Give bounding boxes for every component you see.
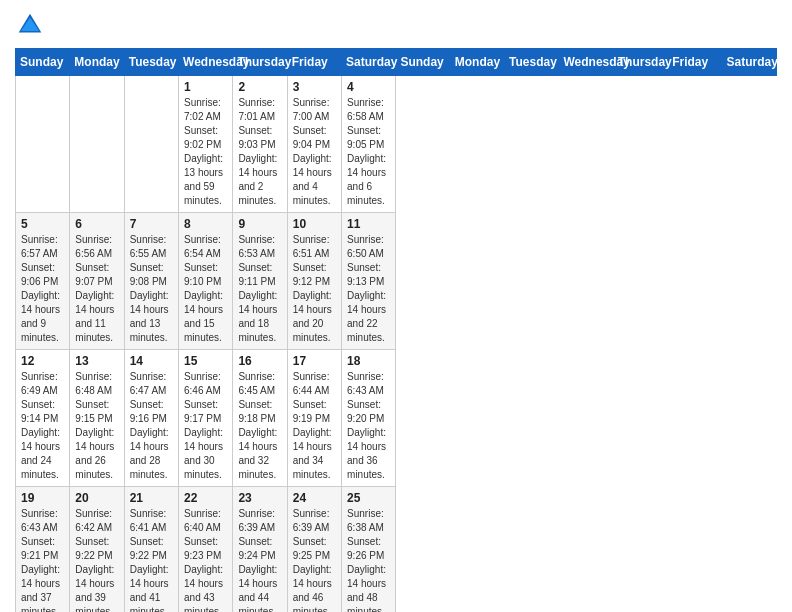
weekday-header-wednesday: Wednesday [179, 49, 233, 76]
calendar-cell [124, 76, 178, 213]
day-number: 13 [75, 354, 118, 368]
day-number: 4 [347, 80, 390, 94]
day-number: 17 [293, 354, 336, 368]
weekday-header: Wednesday [559, 49, 613, 76]
day-info: Sunrise: 6:39 AM Sunset: 9:25 PM Dayligh… [293, 507, 336, 612]
calendar-cell: 15Sunrise: 6:46 AM Sunset: 9:17 PM Dayli… [179, 350, 233, 487]
day-number: 3 [293, 80, 336, 94]
day-info: Sunrise: 6:54 AM Sunset: 9:10 PM Dayligh… [184, 233, 227, 345]
day-info: Sunrise: 6:41 AM Sunset: 9:22 PM Dayligh… [130, 507, 173, 612]
day-number: 22 [184, 491, 227, 505]
calendar-cell: 14Sunrise: 6:47 AM Sunset: 9:16 PM Dayli… [124, 350, 178, 487]
calendar-cell: 20Sunrise: 6:42 AM Sunset: 9:22 PM Dayli… [70, 487, 124, 613]
day-info: Sunrise: 6:47 AM Sunset: 9:16 PM Dayligh… [130, 370, 173, 482]
calendar-cell: 18Sunrise: 6:43 AM Sunset: 9:20 PM Dayli… [342, 350, 396, 487]
day-number: 24 [293, 491, 336, 505]
day-number: 10 [293, 217, 336, 231]
day-number: 25 [347, 491, 390, 505]
calendar-cell: 22Sunrise: 6:40 AM Sunset: 9:23 PM Dayli… [179, 487, 233, 613]
day-info: Sunrise: 6:45 AM Sunset: 9:18 PM Dayligh… [238, 370, 281, 482]
calendar-cell: 21Sunrise: 6:41 AM Sunset: 9:22 PM Dayli… [124, 487, 178, 613]
day-number: 23 [238, 491, 281, 505]
logo [15, 10, 49, 40]
calendar-cell [70, 76, 124, 213]
calendar-cell: 8Sunrise: 6:54 AM Sunset: 9:10 PM Daylig… [179, 213, 233, 350]
weekday-header-thursday: Thursday [233, 49, 287, 76]
calendar-cell: 2Sunrise: 7:01 AM Sunset: 9:03 PM Daylig… [233, 76, 287, 213]
day-number: 18 [347, 354, 390, 368]
day-info: Sunrise: 6:48 AM Sunset: 9:15 PM Dayligh… [75, 370, 118, 482]
day-number: 8 [184, 217, 227, 231]
calendar-week-row: 12Sunrise: 6:49 AM Sunset: 9:14 PM Dayli… [16, 350, 777, 487]
day-info: Sunrise: 7:02 AM Sunset: 9:02 PM Dayligh… [184, 96, 227, 208]
day-number: 7 [130, 217, 173, 231]
weekday-header-row: SundayMondayTuesdayWednesdayThursdayFrid… [16, 49, 777, 76]
day-number: 6 [75, 217, 118, 231]
weekday-header-sunday: Sunday [16, 49, 70, 76]
day-number: 21 [130, 491, 173, 505]
calendar-cell: 3Sunrise: 7:00 AM Sunset: 9:04 PM Daylig… [287, 76, 341, 213]
weekday-header: Saturday [722, 49, 777, 76]
day-info: Sunrise: 6:55 AM Sunset: 9:08 PM Dayligh… [130, 233, 173, 345]
weekday-header: Friday [668, 49, 722, 76]
day-number: 11 [347, 217, 390, 231]
day-info: Sunrise: 6:43 AM Sunset: 9:20 PM Dayligh… [347, 370, 390, 482]
calendar-cell: 13Sunrise: 6:48 AM Sunset: 9:15 PM Dayli… [70, 350, 124, 487]
calendar-week-row: 1Sunrise: 7:02 AM Sunset: 9:02 PM Daylig… [16, 76, 777, 213]
calendar-cell: 19Sunrise: 6:43 AM Sunset: 9:21 PM Dayli… [16, 487, 70, 613]
day-info: Sunrise: 6:44 AM Sunset: 9:19 PM Dayligh… [293, 370, 336, 482]
calendar-cell: 24Sunrise: 6:39 AM Sunset: 9:25 PM Dayli… [287, 487, 341, 613]
day-number: 2 [238, 80, 281, 94]
calendar-cell: 16Sunrise: 6:45 AM Sunset: 9:18 PM Dayli… [233, 350, 287, 487]
day-number: 14 [130, 354, 173, 368]
day-number: 20 [75, 491, 118, 505]
calendar-cell: 25Sunrise: 6:38 AM Sunset: 9:26 PM Dayli… [342, 487, 396, 613]
weekday-header: Monday [450, 49, 504, 76]
day-info: Sunrise: 6:57 AM Sunset: 9:06 PM Dayligh… [21, 233, 64, 345]
calendar-week-row: 19Sunrise: 6:43 AM Sunset: 9:21 PM Dayli… [16, 487, 777, 613]
day-info: Sunrise: 6:39 AM Sunset: 9:24 PM Dayligh… [238, 507, 281, 612]
day-info: Sunrise: 6:46 AM Sunset: 9:17 PM Dayligh… [184, 370, 227, 482]
day-number: 12 [21, 354, 64, 368]
calendar-cell: 6Sunrise: 6:56 AM Sunset: 9:07 PM Daylig… [70, 213, 124, 350]
day-number: 1 [184, 80, 227, 94]
weekday-header-saturday: Saturday [342, 49, 396, 76]
day-info: Sunrise: 6:56 AM Sunset: 9:07 PM Dayligh… [75, 233, 118, 345]
calendar-cell: 12Sunrise: 6:49 AM Sunset: 9:14 PM Dayli… [16, 350, 70, 487]
day-number: 15 [184, 354, 227, 368]
calendar-cell: 1Sunrise: 7:02 AM Sunset: 9:02 PM Daylig… [179, 76, 233, 213]
day-info: Sunrise: 6:50 AM Sunset: 9:13 PM Dayligh… [347, 233, 390, 345]
weekday-header-friday: Friday [287, 49, 341, 76]
logo-icon [15, 10, 45, 40]
calendar-cell: 4Sunrise: 6:58 AM Sunset: 9:05 PM Daylig… [342, 76, 396, 213]
calendar-cell: 9Sunrise: 6:53 AM Sunset: 9:11 PM Daylig… [233, 213, 287, 350]
day-number: 5 [21, 217, 64, 231]
day-number: 19 [21, 491, 64, 505]
page-header [15, 10, 777, 40]
calendar-cell: 5Sunrise: 6:57 AM Sunset: 9:06 PM Daylig… [16, 213, 70, 350]
calendar-week-row: 5Sunrise: 6:57 AM Sunset: 9:06 PM Daylig… [16, 213, 777, 350]
day-info: Sunrise: 6:42 AM Sunset: 9:22 PM Dayligh… [75, 507, 118, 612]
weekday-header-tuesday: Tuesday [124, 49, 178, 76]
calendar-cell: 17Sunrise: 6:44 AM Sunset: 9:19 PM Dayli… [287, 350, 341, 487]
calendar-cell: 10Sunrise: 6:51 AM Sunset: 9:12 PM Dayli… [287, 213, 341, 350]
calendar-cell [16, 76, 70, 213]
day-info: Sunrise: 6:58 AM Sunset: 9:05 PM Dayligh… [347, 96, 390, 208]
day-info: Sunrise: 7:00 AM Sunset: 9:04 PM Dayligh… [293, 96, 336, 208]
day-info: Sunrise: 6:43 AM Sunset: 9:21 PM Dayligh… [21, 507, 64, 612]
day-info: Sunrise: 6:49 AM Sunset: 9:14 PM Dayligh… [21, 370, 64, 482]
calendar-cell: 11Sunrise: 6:50 AM Sunset: 9:13 PM Dayli… [342, 213, 396, 350]
day-number: 16 [238, 354, 281, 368]
weekday-header: Thursday [613, 49, 667, 76]
weekday-header-monday: Monday [70, 49, 124, 76]
day-info: Sunrise: 6:51 AM Sunset: 9:12 PM Dayligh… [293, 233, 336, 345]
weekday-header: Tuesday [505, 49, 559, 76]
calendar-cell: 23Sunrise: 6:39 AM Sunset: 9:24 PM Dayli… [233, 487, 287, 613]
day-number: 9 [238, 217, 281, 231]
day-info: Sunrise: 6:53 AM Sunset: 9:11 PM Dayligh… [238, 233, 281, 345]
day-info: Sunrise: 6:40 AM Sunset: 9:23 PM Dayligh… [184, 507, 227, 612]
calendar-cell: 7Sunrise: 6:55 AM Sunset: 9:08 PM Daylig… [124, 213, 178, 350]
day-info: Sunrise: 6:38 AM Sunset: 9:26 PM Dayligh… [347, 507, 390, 612]
day-info: Sunrise: 7:01 AM Sunset: 9:03 PM Dayligh… [238, 96, 281, 208]
weekday-header: Sunday [396, 49, 450, 76]
